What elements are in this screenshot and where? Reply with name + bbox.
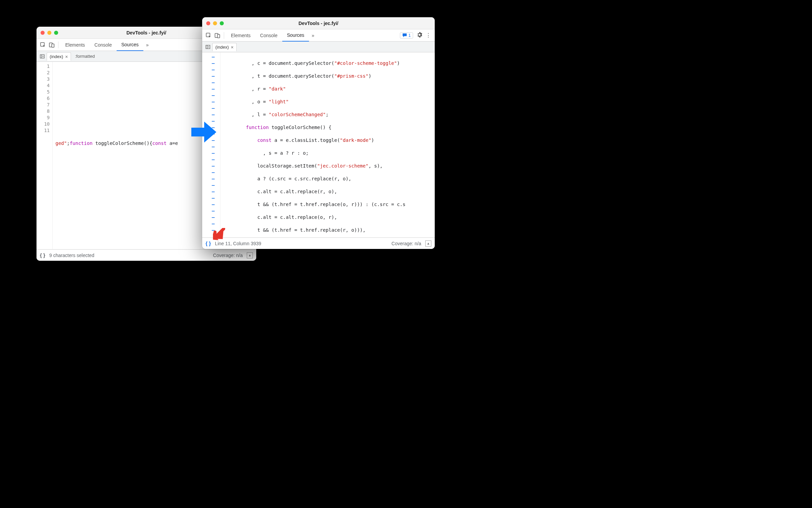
titlebar[interactable]: DevTools - jec.fyi/ bbox=[202, 17, 435, 29]
coverage-info: Coverage: n/a bbox=[391, 241, 421, 246]
tab-sources[interactable]: Sources bbox=[117, 39, 143, 51]
file-tab-label: (index) bbox=[50, 54, 63, 59]
code-content[interactable]: , c = document.querySelector("#color-sch… bbox=[220, 52, 405, 237]
expand-panel-icon[interactable]: ▲ bbox=[425, 240, 431, 247]
expand-panel-icon[interactable]: ▲ bbox=[247, 252, 253, 258]
file-tab-index[interactable]: (index) × bbox=[47, 52, 71, 61]
file-tab-index[interactable]: (index) × bbox=[212, 43, 237, 51]
tab-console[interactable]: Console bbox=[255, 29, 282, 42]
code-content[interactable]: ged";function toggleColorScheme(){const … bbox=[53, 62, 178, 249]
traffic-lights bbox=[37, 31, 58, 35]
window-title: DevTools - jec.fyi/ bbox=[202, 21, 435, 26]
issues-badge[interactable]: 1 bbox=[400, 32, 413, 39]
pretty-print-icon[interactable]: { } bbox=[40, 252, 45, 258]
close-window-icon[interactable] bbox=[41, 31, 45, 35]
file-tab-formatted[interactable]: :formatted bbox=[72, 52, 98, 60]
more-tabs-icon[interactable]: » bbox=[143, 42, 151, 48]
file-tabstrip: (index) × bbox=[202, 42, 435, 52]
tab-console[interactable]: Console bbox=[90, 39, 116, 51]
status-bar: { } Line 11, Column 3939 Coverage: n/a ▲ bbox=[202, 237, 435, 249]
svg-rect-2 bbox=[52, 44, 54, 47]
svg-rect-3 bbox=[40, 55, 44, 58]
status-bar: { } 9 characters selected Coverage: n/a … bbox=[37, 249, 256, 261]
tab-elements[interactable]: Elements bbox=[61, 39, 90, 51]
line-gutter: 1234567891011 bbox=[37, 62, 53, 249]
line-gutter: –––––––––––––––––––––––––––– bbox=[202, 52, 220, 237]
more-menu-icon[interactable]: ⋮ bbox=[424, 32, 433, 39]
code-editor[interactable]: –––––––––––––––––––––––––––– , c = docum… bbox=[202, 52, 435, 237]
coverage-info: Coverage: n/a bbox=[213, 253, 243, 258]
svg-rect-6 bbox=[217, 34, 220, 38]
devtools-main-toolbar: Elements Console Sources » 1 ⋮ bbox=[202, 29, 435, 42]
zoom-window-icon[interactable] bbox=[54, 31, 58, 35]
annotation-arrow-right-icon bbox=[191, 122, 216, 143]
close-icon[interactable]: × bbox=[65, 54, 68, 59]
minimize-window-icon[interactable] bbox=[213, 21, 217, 25]
navigator-toggle-icon[interactable] bbox=[38, 54, 47, 59]
minimize-window-icon[interactable] bbox=[47, 31, 51, 35]
selection-info: 9 characters selected bbox=[49, 253, 94, 258]
svg-rect-7 bbox=[206, 45, 210, 49]
device-toggle-icon[interactable] bbox=[213, 31, 222, 40]
device-toggle-icon[interactable] bbox=[47, 41, 56, 49]
close-window-icon[interactable] bbox=[206, 21, 210, 25]
tab-elements[interactable]: Elements bbox=[226, 29, 255, 42]
issues-count: 1 bbox=[408, 33, 411, 38]
traffic-lights bbox=[202, 21, 224, 25]
inspect-icon[interactable] bbox=[39, 41, 47, 49]
inspect-icon[interactable] bbox=[204, 31, 213, 40]
file-tab-label: (index) bbox=[215, 45, 229, 50]
pretty-print-icon[interactable]: { } bbox=[206, 240, 211, 246]
devtools-window-right: DevTools - jec.fyi/ Elements Console Sou… bbox=[202, 17, 435, 249]
zoom-window-icon[interactable] bbox=[220, 21, 224, 25]
more-tabs-icon[interactable]: » bbox=[309, 33, 317, 38]
close-icon[interactable]: × bbox=[231, 45, 234, 50]
settings-icon[interactable] bbox=[415, 32, 424, 39]
navigator-toggle-icon[interactable] bbox=[204, 45, 212, 49]
message-icon bbox=[402, 33, 407, 37]
tab-sources[interactable]: Sources bbox=[282, 29, 309, 42]
annotation-arrow-down-left-icon bbox=[213, 228, 225, 242]
